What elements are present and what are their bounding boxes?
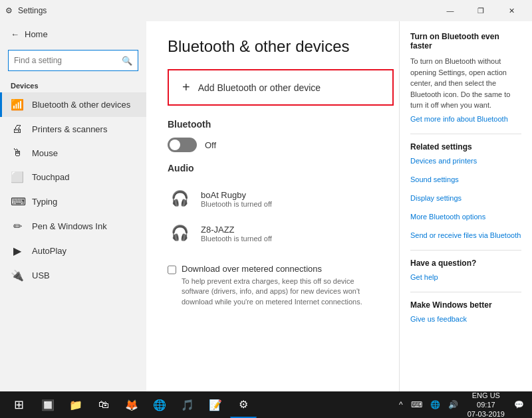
link-sound-settings[interactable]: Sound settings [410, 175, 521, 183]
sidebar-back-button[interactable]: ← Home [0, 21, 146, 47]
sidebar-item-touchpad[interactable]: ⬜ Touchpad [0, 165, 146, 189]
printer-icon: 🖨 [11, 123, 24, 135]
checkbox-desc: To help prevent extra charges, keep this… [182, 276, 378, 307]
back-icon: ← [11, 29, 19, 39]
device-name-boat: boAt Rugby [201, 190, 272, 200]
sidebar: ← Home 🔍 Devices 📶 Bluetooth & other dev… [0, 21, 146, 391]
settings-taskbar-icon[interactable]: ⚙ [230, 391, 257, 418]
page-title: Bluetooth & other devices [168, 37, 378, 56]
settings-icon: ⚙ [5, 6, 13, 15]
sidebar-app-label: Home [25, 29, 48, 39]
bluetooth-section-header: Bluetooth [168, 119, 378, 130]
right-title-feedback: Make Windows better [410, 300, 521, 310]
usb-icon: 🔌 [11, 269, 24, 282]
link-send-receive-files[interactable]: Send or receive files via Bluetooth [410, 231, 521, 239]
sidebar-item-usb-label: USB [32, 270, 50, 280]
sidebar-item-autoplay-label: AutoPlay [32, 246, 66, 256]
chevron-up-icon[interactable]: ^ [396, 399, 406, 411]
pen-icon: ✏ [11, 220, 24, 233]
search-icon: 🔍 [122, 56, 132, 66]
sidebar-item-bluetooth[interactable]: 📶 Bluetooth & other devices [0, 92, 146, 117]
taskbar-icons: 🔲 📁 🛍 🦊 🌐 🎵 📝 ⚙ [35, 391, 396, 418]
explorer-icon[interactable]: 📁 [63, 391, 89, 418]
add-device-button[interactable]: + Add Bluetooth or other device [168, 69, 394, 106]
right-panel: Turn on Bluetooth even faster To turn on… [399, 21, 532, 391]
store-icon[interactable]: 🛍 [90, 391, 117, 418]
taskbar: ⊞ 🔲 📁 🛍 🦊 🌐 🎵 📝 ⚙ ^ ⌨ 🌐 🔊 ENG US 09:17 0… [0, 391, 532, 418]
search-input[interactable] [14, 56, 122, 65]
sidebar-search-box[interactable]: 🔍 [8, 50, 138, 71]
volume-icon[interactable]: 🔊 [446, 399, 461, 411]
title-bar-controls: — ❐ ✕ [435, 0, 527, 21]
sidebar-item-touchpad-label: Touchpad [32, 172, 69, 182]
start-button[interactable]: ⊞ [3, 391, 35, 418]
clock-language: ENG US [467, 391, 505, 400]
word-icon[interactable]: 📝 [202, 391, 229, 418]
edge-icon[interactable]: 🌐 [146, 391, 173, 418]
sidebar-item-pen-label: Pen & Windows Ink [32, 221, 107, 231]
sidebar-item-printers[interactable]: 🖨 Printers & scanners [0, 117, 146, 141]
title-bar: ⚙ Settings — ❐ ✕ [0, 0, 532, 21]
minimize-button[interactable]: — [435, 0, 466, 21]
taskview-icon[interactable]: 🔲 [35, 391, 61, 418]
link-more-info-bluetooth[interactable]: Get more info about Bluetooth [410, 115, 521, 123]
taskbar-system: ^ ⌨ 🌐 🔊 ENG US 09:17 07-03-2019 💬 [396, 389, 529, 418]
download-checkbox-row: Download over metered connections To hel… [168, 264, 378, 307]
devices-section-label: Devices [0, 76, 146, 92]
sidebar-item-mouse-label: Mouse [32, 148, 58, 158]
plus-icon: + [182, 80, 190, 95]
maximize-button[interactable]: ❐ [466, 0, 496, 21]
device-name-z8jazz: Z8-JAZZ [201, 225, 272, 235]
sidebar-item-autoplay[interactable]: ▶ AutoPlay [0, 239, 146, 263]
firefox-icon[interactable]: 🦊 [118, 391, 145, 418]
bluetooth-toggle[interactable] [168, 138, 197, 152]
sidebar-item-mouse[interactable]: 🖱 Mouse [0, 141, 146, 165]
toggle-knob [170, 140, 180, 150]
sidebar-item-typing[interactable]: ⌨ Typing [0, 189, 146, 214]
link-give-feedback[interactable]: Give us feedback [410, 315, 521, 323]
link-more-bluetooth-options[interactable]: More Bluetooth options [410, 213, 521, 221]
clock-date: 07-03-2019 [467, 409, 505, 418]
typing-icon: ⌨ [11, 195, 24, 208]
close-button[interactable]: ✕ [496, 0, 527, 21]
headphone-icon-1: 🎧 [168, 187, 192, 211]
sidebar-item-usb[interactable]: 🔌 USB [0, 263, 146, 288]
device-status-z8jazz: Bluetooth is turned off [201, 235, 272, 243]
headphone-icon-2: 🎧 [168, 221, 192, 245]
right-title-faster: Turn on Bluetooth even faster [410, 32, 521, 51]
mouse-icon: 🖱 [11, 147, 24, 159]
link-devices-printers[interactable]: Devices and printers [410, 157, 521, 165]
right-title-question: Have a question? [410, 259, 521, 268]
main-content: Bluetooth & other devices + Add Bluetoot… [146, 21, 399, 391]
keyboard-icon[interactable]: ⌨ [408, 399, 425, 411]
sidebar-item-bluetooth-label: Bluetooth & other devices [32, 100, 130, 110]
app-container: ← Home 🔍 Devices 📶 Bluetooth & other dev… [0, 21, 532, 391]
download-checkbox[interactable] [168, 265, 176, 274]
right-title-related: Related settings [410, 142, 521, 152]
app-title: Settings [18, 6, 47, 15]
device-info-boat: boAt Rugby Bluetooth is turned off [201, 190, 272, 208]
clock-time: 09:17 [467, 400, 505, 409]
system-clock[interactable]: ENG US 09:17 07-03-2019 [464, 389, 509, 418]
sidebar-item-typing-label: Typing [32, 197, 57, 207]
add-device-label: Add Bluetooth or other device [198, 82, 321, 93]
network-icon[interactable]: 🌐 [428, 399, 443, 411]
touchpad-icon: ⬜ [11, 171, 24, 183]
checkbox-label: Download over metered connections [182, 264, 378, 274]
bluetooth-toggle-label: Off [205, 140, 216, 150]
audio-section-header: Audio [168, 163, 378, 173]
bluetooth-toggle-row: Off [168, 138, 378, 152]
sidebar-item-pen[interactable]: ✏ Pen & Windows Ink [0, 214, 146, 239]
device-item-boat: 🎧 boAt Rugby Bluetooth is turned off [168, 181, 378, 216]
title-bar-left: ⚙ Settings [5, 6, 47, 15]
device-item-z8jazz: 🎧 Z8-JAZZ Bluetooth is turned off [168, 216, 378, 251]
device-info-z8jazz: Z8-JAZZ Bluetooth is turned off [201, 225, 272, 243]
divider-2 [410, 250, 521, 251]
bluetooth-icon: 📶 [11, 98, 24, 111]
device-status-boat: Bluetooth is turned off [201, 200, 272, 208]
notification-icon[interactable]: 💬 [511, 399, 527, 411]
autoplay-icon: ▶ [11, 245, 24, 257]
link-get-help[interactable]: Get help [410, 273, 521, 281]
media-icon[interactable]: 🎵 [174, 391, 201, 418]
link-display-settings[interactable]: Display settings [410, 194, 521, 202]
